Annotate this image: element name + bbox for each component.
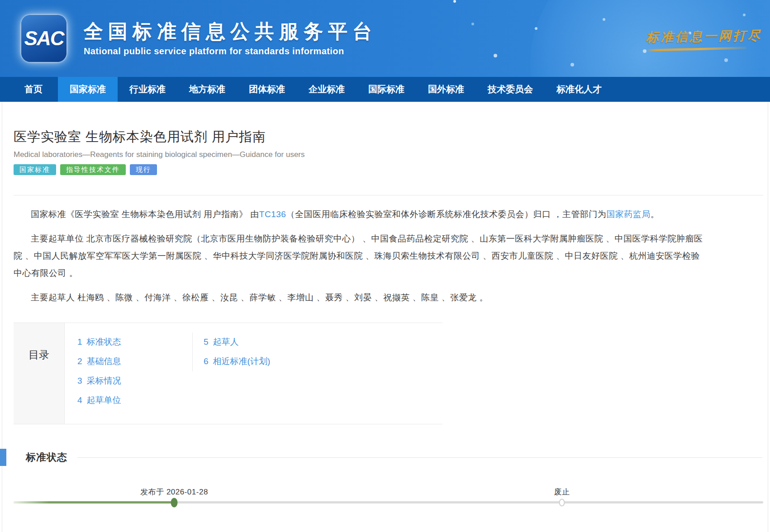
section-title: 标准状态 — [26, 451, 67, 464]
badge-current-status: 现行 — [130, 164, 157, 175]
published-date-label: 发布于 2026-01-28 — [140, 487, 208, 497]
tc136-link[interactable]: TC136 — [259, 209, 286, 219]
standard-status-section: 标准状态 发布于 2026-01-28 废止 — [14, 450, 763, 523]
toc-label: 目录 — [14, 323, 65, 424]
toc-item: 5起草人 — [204, 332, 270, 352]
timeline-track — [14, 501, 763, 504]
nav-item-technical-committees[interactable]: 技术委员会 — [476, 77, 545, 102]
section-rule — [77, 457, 762, 458]
toc-item: 3采标情况 — [77, 371, 192, 391]
toc-link-standard-status[interactable]: 1标准状态 — [77, 337, 121, 347]
standard-title-en: Medical laboratories—Reagents for staini… — [14, 150, 763, 159]
paragraph-governance-end: 。 — [651, 209, 660, 219]
paragraph-drafters: 主要起草人 杜海鸥 、陈微 、付海洋 、徐松雁 、汝昆 、薛学敏 、李增山 、聂… — [14, 289, 706, 306]
main-nav: 首页 国家标准 行业标准 地方标准 团体标准 企业标准 国际标准 国外标准 技术… — [0, 77, 770, 102]
toc-column-1: 1标准状态 2基础信息 3采标情况 4起草单位 — [65, 332, 192, 410]
badge-guiding-technical-document: 指导性技术文件 — [60, 164, 126, 175]
standard-summary: 国家标准《医学实验室 生物标本染色用试剂 用户指南》 由TC136（全国医用临床… — [14, 206, 763, 306]
toc-columns: 1标准状态 2基础信息 3采标情况 4起草单位 5起草人 6相近标准(计划) — [65, 323, 442, 424]
nav-item-international-standards[interactable]: 国际标准 — [356, 77, 416, 102]
paragraph-governance-text: 国家标准《医学实验室 生物标本染色用试剂 用户指南》 由 — [31, 209, 259, 219]
toc-link-drafters[interactable]: 5起草人 — [204, 337, 239, 347]
abolished-label: 废止 — [554, 487, 570, 497]
site-titles: 全国标准信息公共服务平台 National public service pla… — [84, 20, 377, 57]
site-title: 全国标准信息公共服务平台 — [84, 20, 377, 43]
nav-item-national-standards[interactable]: 国家标准 — [58, 77, 118, 102]
badge-national-standard: 国家标准 — [14, 164, 56, 175]
paragraph-governance-mid: （全国医用临床检验实验室和体外诊断系统标准化技术委员会）归口 ，主管部门为 — [286, 209, 606, 219]
site-subtitle: National public service platform for sta… — [84, 46, 377, 57]
timeline-end-marker — [559, 499, 565, 506]
nav-item-enterprise-standards[interactable]: 企业标准 — [297, 77, 356, 102]
section-header: 标准状态 — [14, 450, 763, 465]
toc-item: 6相近标准(计划) — [204, 352, 270, 371]
toc-item: 1标准状态 — [77, 332, 192, 352]
toc-link-adoption-info[interactable]: 3采标情况 — [77, 376, 121, 385]
toc-link-drafting-organizations[interactable]: 4起草单位 — [77, 395, 121, 405]
toc-box: 目录 1标准状态 2基础信息 3采标情况 4起草单位 5起草人 6相近标准(计划… — [14, 323, 442, 424]
sac-logo-text: SAC — [24, 27, 64, 50]
regulator-link[interactable]: 国家药监局 — [606, 209, 651, 219]
badge-row: 国家标准 指导性技术文件 现行 — [14, 164, 763, 175]
toc-link-similar-standards[interactable]: 6相近标准(计划) — [204, 356, 270, 366]
timeline-current-marker — [171, 498, 178, 507]
paragraph-governance: 国家标准《医学实验室 生物标本染色用试剂 用户指南》 由TC136（全国医用临床… — [14, 206, 706, 223]
toc-link-basic-info[interactable]: 2基础信息 — [77, 356, 121, 366]
nav-item-home[interactable]: 首页 — [9, 77, 58, 102]
status-timeline: 发布于 2026-01-28 废止 — [14, 487, 763, 523]
nav-item-industry-standards[interactable]: 行业标准 — [118, 77, 177, 102]
section-accent-bar — [0, 449, 6, 466]
toc-column-2: 5起草人 6相近标准(计划) — [192, 332, 270, 371]
nav-item-local-standards[interactable]: 地方标准 — [177, 77, 237, 102]
toc-item: 2基础信息 — [77, 352, 192, 371]
timeline-progress — [14, 501, 177, 504]
nav-item-foreign-standards[interactable]: 国外标准 — [416, 77, 476, 102]
paragraph-drafting-organizations: 主要起草单位 北京市医疗器械检验研究院（北京市医用生物防护装备检验研究中心） 、… — [14, 230, 706, 282]
toc-item: 4起草单位 — [77, 391, 192, 410]
nav-item-standardization-talent[interactable]: 标准化人才 — [545, 77, 613, 102]
nav-item-group-standards[interactable]: 团体标准 — [237, 77, 297, 102]
page-body: 医学实验室 生物标本染色用试剂 用户指南 Medical laboratorie… — [2, 102, 768, 532]
sac-logo[interactable]: SAC — [21, 15, 67, 62]
site-header: SAC 全国标准信息公共服务平台 National public service… — [0, 0, 770, 77]
content-divider — [14, 195, 763, 195]
standard-title: 医学实验室 生物标本染色用试剂 用户指南 — [14, 128, 763, 146]
